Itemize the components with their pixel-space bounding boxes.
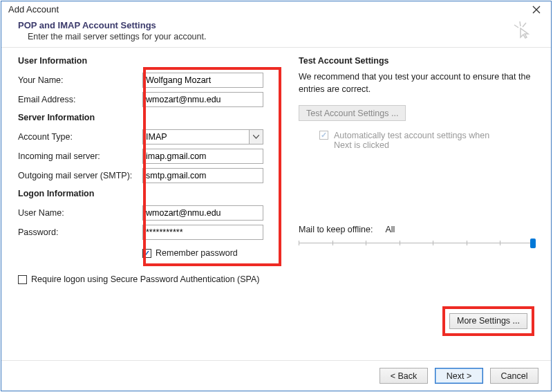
back-button[interactable]: < Back [379, 368, 428, 384]
cancel-button[interactable]: Cancel [490, 368, 538, 384]
test-account-button[interactable]: Test Account Settings ... [299, 105, 406, 121]
next-button[interactable]: Next > [435, 368, 483, 384]
label-mail-offline: Mail to keep offline: [299, 225, 373, 234]
titlebar: Add Account [1, 1, 551, 16]
checkbox-icon [18, 275, 27, 284]
check-icon [142, 249, 151, 258]
checkbox-auto-test: Automatically test account settings when… [319, 131, 534, 150]
dialog-header: POP and IMAP Account Settings Enter the … [1, 16, 551, 44]
right-panel: Test Account Settings We recommend that … [299, 56, 534, 286]
section-logon-info: Logon Information [18, 189, 281, 198]
section-test-settings: Test Account Settings [299, 56, 534, 66]
label-password: Password: [18, 227, 142, 237]
header-title: POP and IMAP Account Settings [18, 20, 206, 30]
close-button[interactable] [527, 6, 545, 14]
slider-mail-offline[interactable] [299, 237, 534, 250]
add-account-dialog: Add Account POP and IMAP Account Setting… [1, 1, 552, 391]
highlight-box-more: More Settings ... [442, 306, 534, 336]
label-username: User Name: [18, 208, 142, 218]
label-remember: Remember password [156, 248, 238, 258]
label-your-name: Your Name: [18, 75, 142, 85]
input-username[interactable] [142, 205, 263, 221]
window-title: Add Account [8, 4, 59, 15]
left-panel: User Information Your Name: Email Addres… [18, 56, 281, 286]
cursor-icon [512, 20, 532, 41]
check-icon [319, 131, 328, 140]
select-account-type[interactable] [142, 129, 263, 144]
label-spa: Require logon using Secure Password Auth… [31, 274, 260, 284]
test-description: We recommend that you test your account … [299, 71, 534, 95]
input-outgoing[interactable] [142, 168, 263, 183]
more-settings-button[interactable]: More Settings ... [449, 313, 527, 329]
label-auto-test: Automatically test account settings when… [334, 131, 507, 150]
value-mail-offline: All [385, 225, 395, 234]
label-email: Email Address: [18, 95, 142, 104]
section-user-info: User Information [18, 56, 281, 66]
section-server-info: Server Information [18, 113, 281, 122]
label-account-type: Account Type: [18, 132, 142, 142]
input-email[interactable] [142, 92, 263, 107]
label-outgoing: Outgoing mail server (SMTP): [18, 171, 142, 180]
label-incoming: Incoming mail server: [18, 151, 142, 161]
checkbox-remember-password[interactable]: Remember password [142, 248, 238, 258]
checkbox-spa[interactable]: Require logon using Secure Password Auth… [18, 274, 260, 284]
input-password[interactable] [142, 225, 263, 240]
input-your-name[interactable] [142, 73, 263, 88]
dialog-footer: < Back Next > Cancel [1, 360, 551, 391]
close-icon [532, 6, 541, 14]
header-subtitle: Enter the mail server settings for your … [28, 32, 206, 41]
select-account-type-value[interactable] [142, 129, 249, 144]
slider-thumb[interactable] [530, 239, 536, 248]
chevron-down-icon[interactable] [249, 129, 263, 144]
input-incoming[interactable] [142, 149, 263, 164]
